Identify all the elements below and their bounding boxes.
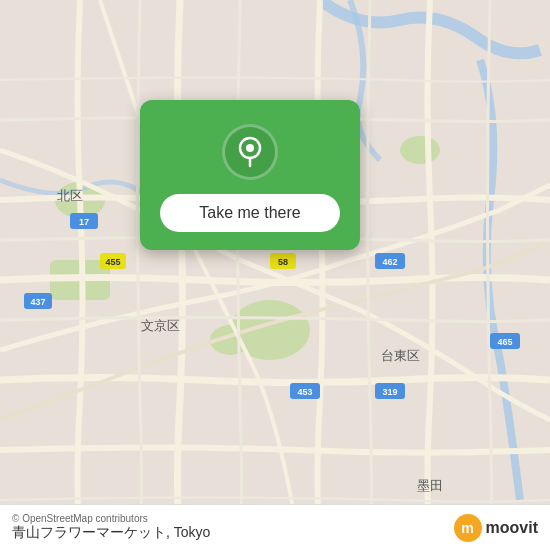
svg-text:319: 319 xyxy=(382,387,397,397)
osm-attribution: © OpenStreetMap contributors xyxy=(12,513,210,524)
map-container: 437 17 455 58 462 453 319 465 北区 文京区 台東区… xyxy=(0,0,550,550)
location-card: Take me there xyxy=(140,100,360,250)
moovit-logo: m moovit xyxy=(454,514,538,542)
take-me-there-button[interactable]: Take me there xyxy=(160,194,340,232)
svg-text:437: 437 xyxy=(30,297,45,307)
moovit-icon: m xyxy=(454,514,482,542)
location-name: 青山フラワーマーケット, Tokyo xyxy=(12,524,210,542)
location-icon-container xyxy=(222,124,278,180)
svg-text:北区: 北区 xyxy=(57,188,83,203)
svg-text:453: 453 xyxy=(297,387,312,397)
svg-text:台東区: 台東区 xyxy=(381,348,420,363)
svg-text:58: 58 xyxy=(278,257,288,267)
location-info: © OpenStreetMap contributors 青山フラワーマーケット… xyxy=(12,513,210,542)
moovit-brand-text: moovit xyxy=(486,519,538,537)
svg-text:465: 465 xyxy=(497,337,512,347)
svg-text:462: 462 xyxy=(382,257,397,267)
map-background: 437 17 455 58 462 453 319 465 北区 文京区 台東区… xyxy=(0,0,550,550)
svg-text:文京区: 文京区 xyxy=(141,318,180,333)
svg-point-27 xyxy=(246,144,254,152)
svg-point-5 xyxy=(400,136,440,164)
bottom-bar: © OpenStreetMap contributors 青山フラワーマーケット… xyxy=(0,504,550,550)
svg-text:墨田: 墨田 xyxy=(417,478,443,493)
svg-text:17: 17 xyxy=(79,217,89,227)
location-pin-icon xyxy=(234,136,266,168)
svg-text:455: 455 xyxy=(105,257,120,267)
